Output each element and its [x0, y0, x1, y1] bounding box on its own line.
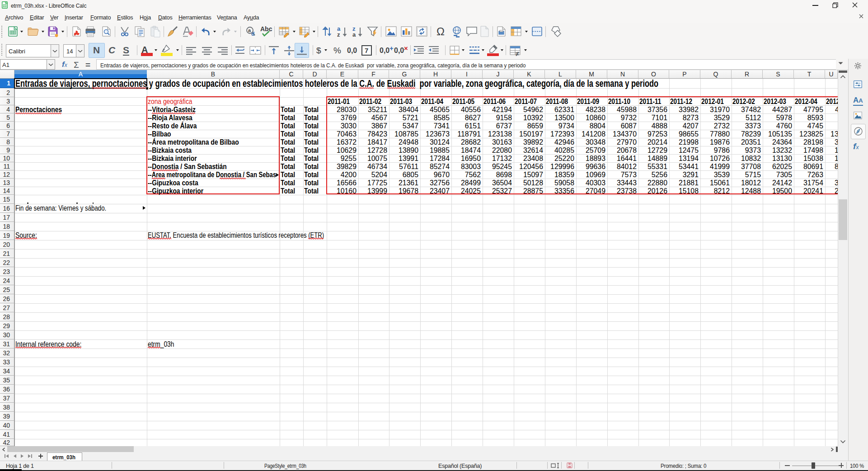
svg-text:7: 7 [365, 47, 368, 54]
svg-text:Abc: Abc [260, 25, 272, 33]
svg-text:Ω: Ω [436, 25, 445, 38]
svg-text:z: z [337, 31, 340, 38]
svg-text:≠: ≠ [516, 50, 519, 57]
svg-text:a: a [248, 28, 251, 33]
svg-text:d: d [251, 31, 254, 37]
svg-text:a: a [352, 31, 356, 38]
